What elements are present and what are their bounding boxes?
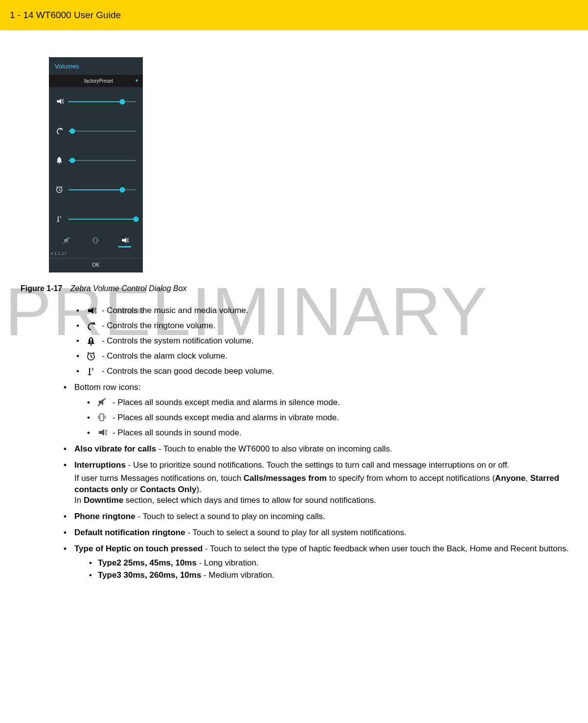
setting-item: Phone ringtone - Touch to select a sound… — [64, 511, 578, 522]
ringtone-volume-icon — [56, 127, 64, 135]
sound-mode-mode-button[interactable] — [111, 237, 139, 248]
setting-item: Also vibrate for calls - Touch to enable… — [64, 444, 578, 455]
slider-track[interactable] — [68, 219, 136, 220]
page-header-text: 1 - 14 WT6000 User Guide — [10, 9, 121, 22]
scan-beep-volume-icon — [87, 367, 96, 377]
setting-subitem: Type3 30ms, 260ms, 10ms - Medium vibrati… — [89, 570, 578, 581]
icon-description-item: - Places all sounds in sound mode. — [87, 428, 578, 439]
volume-slider-row[interactable] — [49, 175, 143, 204]
slider-track[interactable] — [68, 189, 136, 190]
silence-mode-icon — [63, 237, 71, 245]
icon-description-item: - Controls the alarm clock volume. — [76, 351, 578, 362]
preset-dropdown[interactable]: factoryPreset ▼ — [49, 75, 143, 88]
media-volume-icon — [87, 306, 96, 316]
silence-mode-mode-button[interactable] — [53, 237, 81, 248]
volume-slider-row[interactable] — [49, 204, 143, 234]
volume-slider-row[interactable] — [49, 116, 143, 146]
volume-dialog: Volumes factoryPreset ▼ v 1.1.17 OK — [49, 57, 143, 272]
slider-track[interactable] — [68, 101, 136, 102]
icon-description-item: - Controls the music and media volume. — [76, 305, 578, 316]
setting-item: Type of Heptic on touch pressed - Touch … — [64, 543, 578, 581]
volume-slider-row[interactable] — [49, 146, 143, 175]
page-header: 1 - 14 WT6000 User Guide — [0, 0, 588, 30]
scan-beep-volume-icon — [56, 215, 64, 223]
vibrate-mode-mode-button[interactable] — [82, 237, 110, 248]
icon-description-item: - Places all sounds except media and ala… — [87, 397, 578, 408]
figure-label: Figure 1-17 — [21, 284, 62, 293]
setting-item: Default notification ringtone - Touch to… — [64, 527, 578, 539]
slider-track[interactable] — [68, 131, 136, 132]
volume-slider-row[interactable] — [49, 87, 143, 116]
icon-description-item: - Controls the ringtone volume. — [76, 320, 578, 332]
chevron-down-icon: ▼ — [135, 78, 139, 84]
version-label: v 1.1.17 — [49, 249, 143, 258]
bottom-row-heading: Bottom row icons: - Places all sounds ex… — [64, 382, 578, 439]
sound-mode-icon — [97, 428, 107, 438]
media-volume-icon — [56, 98, 64, 106]
silence-mode-icon — [97, 398, 107, 407]
setting-detail: If user turns Messages notifications on,… — [74, 473, 578, 507]
sound-mode-icon — [121, 237, 129, 245]
ringtone-volume-icon — [87, 321, 96, 331]
slider-track[interactable] — [68, 160, 136, 161]
vibrate-mode-icon — [92, 237, 100, 245]
preset-value: factoryPreset — [84, 78, 113, 85]
icon-description-item: - Controls the scan good decode beep vol… — [76, 366, 578, 377]
icon-description-item: - Controls the system notification volum… — [76, 336, 578, 347]
ok-button[interactable]: OK — [49, 258, 143, 272]
figure-caption: Figure 1-17 Zebra Volume Control Dialog … — [21, 283, 578, 294]
notification-volume-icon — [87, 337, 96, 346]
setting-item: Interruptions - Use to prioritize sound … — [64, 460, 578, 507]
notification-volume-icon — [56, 157, 64, 164]
alarm-volume-icon — [56, 186, 64, 194]
setting-subitem: Type2 25ms, 45ms, 10ms - Long vibration. — [89, 558, 578, 569]
icon-description-item: - Places all sounds except media and ala… — [87, 412, 578, 424]
vibrate-mode-icon — [97, 413, 107, 423]
dialog-title: Volumes — [49, 57, 143, 75]
alarm-volume-icon — [87, 352, 96, 362]
figure-caption-text: Zebra Volume Control Dialog Box — [70, 284, 187, 293]
